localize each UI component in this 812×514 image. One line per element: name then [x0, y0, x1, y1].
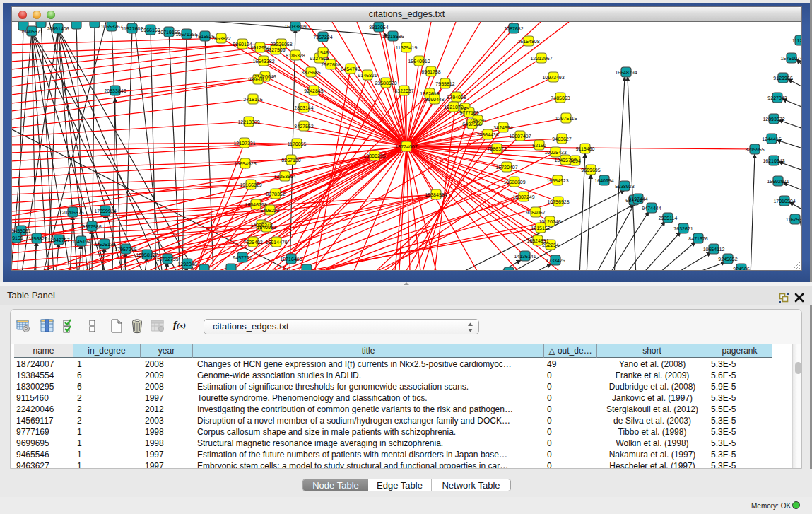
- svg-text:16033809: 16033809: [284, 25, 306, 30]
- svg-text:18300295: 18300295: [363, 154, 385, 159]
- svg-text:62160: 62160: [532, 144, 546, 148]
- svg-text:7485063: 7485063: [551, 96, 570, 101]
- svg-text:2087682: 2087682: [504, 27, 523, 32]
- svg-text:12353594: 12353594: [273, 175, 295, 180]
- svg-text:7632621: 7632621: [673, 227, 693, 232]
- svg-text:8454749: 8454749: [341, 67, 360, 72]
- svg-text:1640954: 1640954: [594, 179, 613, 184]
- svg-text:6961758: 6961758: [421, 70, 440, 75]
- svg-text:20206576: 20206576: [61, 211, 83, 216]
- svg-text:8322037: 8322037: [394, 89, 413, 94]
- svg-text:2718176: 2718176: [243, 98, 262, 103]
- svg-text:10807487: 10807487: [509, 134, 531, 139]
- svg-text:14136141: 14136141: [514, 255, 536, 259]
- svg-text:12213389: 12213389: [237, 120, 259, 125]
- svg-text:10958107: 10958107: [136, 253, 158, 258]
- svg-text:16046798: 16046798: [245, 203, 266, 208]
- svg-text:2935114: 2935114: [659, 216, 678, 221]
- svg-text:2803144: 2803144: [294, 106, 313, 111]
- svg-text:8878352: 8878352: [266, 192, 285, 197]
- svg-text:15720407: 15720407: [495, 165, 517, 170]
- svg-text:7694: 7694: [570, 159, 581, 164]
- svg-text:18807249: 18807249: [512, 195, 534, 200]
- svg-text:1546: 1546: [317, 51, 329, 56]
- svg-text:8427552: 8427552: [294, 124, 313, 129]
- svg-text:17016504: 17016504: [773, 199, 795, 204]
- svg-text:5938923: 5938923: [615, 185, 634, 189]
- svg-text:9115460: 9115460: [576, 147, 595, 152]
- svg-text:15692971: 15692971: [767, 180, 789, 185]
- svg-text:10654112: 10654112: [703, 247, 725, 252]
- svg-text:9146821: 9146821: [358, 74, 377, 78]
- svg-text:111234: 111234: [792, 39, 801, 44]
- svg-text:15751074: 15751074: [780, 57, 801, 62]
- svg-text:15640910: 15640910: [408, 59, 430, 64]
- svg-text:924506: 924506: [733, 267, 749, 271]
- svg-text:1244415: 1244415: [762, 137, 781, 142]
- svg-text:12107331: 12107331: [233, 141, 255, 146]
- svg-text:8186328: 8186328: [286, 54, 305, 59]
- svg-text:8267130: 8267130: [281, 158, 300, 163]
- svg-text:7357224: 7357224: [313, 35, 332, 40]
- svg-text:10973493: 10973493: [542, 76, 564, 81]
- svg-text:7986372: 7986372: [487, 147, 506, 152]
- svg-text:10756928: 10756928: [547, 200, 569, 205]
- svg-text:12505135: 12505135: [93, 243, 115, 247]
- svg-text:1145194: 1145194: [72, 240, 91, 245]
- svg-text:23588520: 23588520: [375, 81, 396, 86]
- svg-text:9084067: 9084067: [526, 211, 545, 216]
- svg-text:17359924: 17359924: [94, 209, 116, 214]
- svg-text:19166829: 19166829: [240, 183, 261, 188]
- svg-text:16648794: 16648794: [615, 71, 637, 76]
- svg-text:9777169: 9777169: [459, 111, 478, 116]
- svg-text:11527602: 11527602: [122, 27, 143, 32]
- svg-text:9463627: 9463627: [552, 137, 571, 142]
- svg-text:1540993: 1540993: [257, 226, 276, 230]
- svg-text:17957215: 17957215: [114, 247, 136, 252]
- svg-text:19405571: 19405571: [20, 30, 42, 35]
- svg-text:8813054: 8813054: [369, 25, 388, 30]
- svg-text:1167531: 1167531: [786, 218, 801, 223]
- svg-text:39159: 39159: [12, 236, 23, 241]
- svg-text:19654923: 19654923: [546, 179, 568, 184]
- svg-text:252254: 252254: [542, 243, 558, 248]
- svg-text:20533846: 20533846: [104, 89, 126, 94]
- svg-text:12093572: 12093572: [763, 117, 784, 122]
- svg-text:16154808: 16154808: [517, 40, 539, 45]
- svg-text:23226058: 23226058: [270, 42, 292, 47]
- svg-text:15218586: 15218586: [382, 35, 404, 40]
- svg-text:7663822: 7663822: [211, 37, 230, 42]
- svg-text:2967608: 2967608: [321, 63, 340, 68]
- svg-text:1362615: 1362615: [420, 92, 439, 97]
- svg-text:7625402: 7625402: [243, 240, 262, 245]
- svg-text:3215955: 3215955: [745, 148, 764, 153]
- svg-text:20364436: 20364436: [476, 133, 498, 138]
- svg-text:6497568: 6497568: [462, 122, 481, 127]
- svg-text:9474444: 9474444: [642, 206, 661, 211]
- svg-text:10688609: 10688609: [503, 180, 525, 185]
- svg-text:20691406: 20691406: [47, 27, 69, 32]
- svg-text:1615152: 1615152: [531, 226, 550, 231]
- svg-text:9457791: 9457791: [233, 256, 252, 261]
- svg-text:9129966: 9129966: [773, 76, 792, 81]
- svg-text:3875685: 3875685: [301, 71, 320, 76]
- svg-text:11325419: 11325419: [396, 46, 418, 51]
- svg-text:12213967: 12213967: [530, 57, 552, 62]
- svg-text:10654925: 10654925: [234, 162, 256, 167]
- svg-text:9327505: 9327505: [310, 57, 329, 62]
- svg-text:18724007: 18724007: [395, 145, 417, 150]
- svg-text:11156829: 11156829: [26, 237, 47, 242]
- svg-text:3824554: 3824554: [493, 126, 512, 131]
- svg-text:9455061: 9455061: [12, 229, 31, 234]
- svg-text:8471676: 8471676: [688, 237, 707, 242]
- svg-text:10671355: 10671355: [175, 33, 197, 37]
- svg-text:9197444: 9197444: [628, 197, 647, 202]
- svg-text:12975115: 12975115: [555, 117, 577, 122]
- svg-text:8990448: 8990448: [425, 98, 444, 103]
- svg-text:15716485: 15716485: [280, 257, 302, 262]
- svg-text:9327509: 9327509: [266, 48, 285, 53]
- svg-text:19384554: 19384554: [425, 193, 447, 198]
- svg-text:9242845: 9242845: [304, 89, 323, 94]
- svg-text:9699695: 9699695: [581, 168, 600, 173]
- svg-text:16543382: 16543382: [252, 59, 274, 64]
